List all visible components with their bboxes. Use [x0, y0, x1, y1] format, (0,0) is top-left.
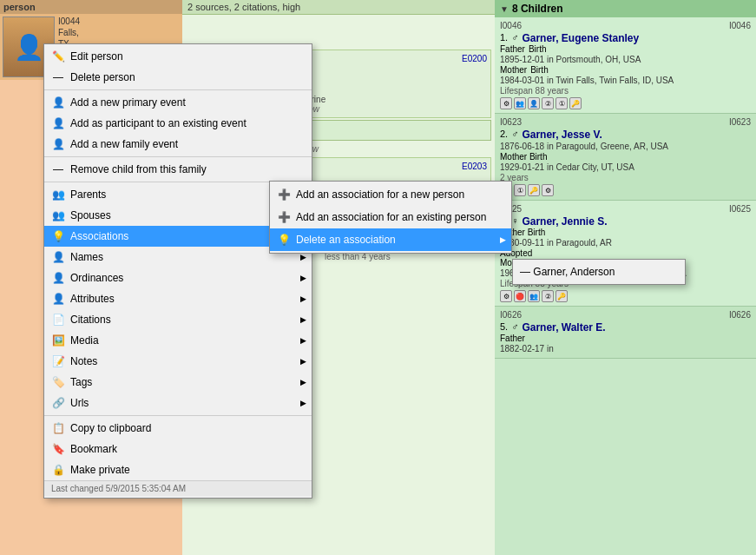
- icon-b-2[interactable]: ①: [514, 184, 526, 196]
- menu-item-add-family[interactable]: 👤 Add a new family event: [44, 134, 312, 155]
- menu-label-remove-child: Remove child from this family: [70, 163, 207, 175]
- child-id-5-right: I0626: [729, 310, 751, 320]
- add-primary-icon: 👤: [51, 96, 65, 109]
- collapse-triangle[interactable]: ▼: [500, 4, 509, 14]
- child-card-5: I0626 I0626 5. ♂ Garner, Walter E. Fathe…: [495, 307, 756, 359]
- child-id-4-right: I0625: [729, 204, 751, 214]
- child-birth-1: FatherBirth: [500, 44, 751, 54]
- menu-label-add-participant: Add as participant to an existing event: [70, 117, 247, 129]
- menu-item-bookmark[interactable]: 🔖 Bookmark: [44, 439, 312, 459]
- private-icon: 🔒: [51, 463, 65, 477]
- notes-icon: 📝: [51, 354, 65, 368]
- child-name-2[interactable]: Garner, Jesse V.: [522, 129, 602, 141]
- child-card-2: I0623 I0623 2. ♂ Garner, Jesse V. 1876-0…: [495, 114, 756, 201]
- child-num-name-2[interactable]: 2. ♂ Garner, Jesse V.: [500, 129, 751, 141]
- menu-item-notes[interactable]: 📝 Notes: [44, 351, 312, 372]
- person-id: I0044: [58, 17, 180, 26]
- menu-label-ordinances: Ordinances: [70, 272, 123, 284]
- menu-label-parents: Parents: [70, 188, 106, 201]
- child-name-4[interactable]: Garner, Jennie S.: [522, 215, 607, 228]
- submenu-add-new-person[interactable]: ➕ Add an association for a new person: [270, 183, 511, 206]
- child-id-1-right: I0046: [729, 21, 751, 30]
- submenu-label-delete: Delete an association: [296, 234, 396, 246]
- add-new-person-icon: ➕: [277, 188, 291, 202]
- menu-label-tags: Tags: [70, 376, 92, 388]
- menu-item-ordinances[interactable]: 👤 Ordinances: [44, 268, 312, 288]
- menu-label-delete-person: Delete person: [70, 71, 135, 83]
- menu-item-remove-child[interactable]: — Remove child from this family: [44, 159, 312, 180]
- icon-a-4[interactable]: ⚙: [500, 290, 512, 302]
- menu-item-add-primary[interactable]: 👤 Add a new primary event: [44, 92, 312, 113]
- person-location: Falls,: [58, 28, 180, 37]
- spouses-icon: 👥: [51, 208, 65, 222]
- delete-assoc-icon: 💡: [277, 233, 291, 247]
- remove-child-icon: —: [51, 162, 65, 176]
- submenu-add-existing-person[interactable]: ➕ Add an association for an existing per…: [270, 206, 511, 228]
- icon-notes-1[interactable]: ①: [555, 97, 568, 109]
- child-card-1: I0046 I0046 1. ♂ Garner, Eugene Stanley …: [495, 17, 756, 114]
- ordinances-icon: 👤: [51, 271, 65, 285]
- names-icon: 👤: [51, 250, 65, 264]
- bookmark-icon: 🔖: [51, 442, 65, 456]
- icon-d-4[interactable]: ②: [542, 290, 554, 302]
- menu-item-delete-person[interactable]: — Delete person: [44, 67, 312, 88]
- menu-label-add-primary: Add a new primary event: [70, 96, 186, 109]
- delete-garner-anderson[interactable]: — Garner, Anderson: [513, 261, 685, 282]
- menu-item-media[interactable]: 🖼️ Media: [44, 330, 312, 351]
- icon-doc-1[interactable]: ②: [542, 97, 554, 109]
- child-lifespan-2: 2 years: [500, 173, 751, 182]
- menu-item-copy[interactable]: 📋 Copy to clipboard: [44, 418, 312, 439]
- child-id-2-right: I0623: [729, 117, 751, 127]
- menu-item-private[interactable]: 🔒 Make private: [44, 459, 312, 480]
- submenu-delete-association[interactable]: 💡 Delete an association: [270, 228, 511, 251]
- icon-people-1[interactable]: 👥: [514, 97, 526, 109]
- child-birth-date-5: 1882-02-17 in: [500, 344, 751, 353]
- parents-icon: 👥: [51, 188, 65, 202]
- delete-icon: —: [51, 70, 65, 84]
- menu-label-bookmark: Bookmark: [70, 443, 117, 455]
- menu-item-attributes[interactable]: 👤 Attributes: [44, 288, 312, 309]
- menu-item-citations[interactable]: 📄 Citations: [44, 309, 312, 330]
- submenu-label-add-new: Add an association for a new person: [296, 188, 464, 201]
- menu-label-citations: Citations: [70, 314, 111, 326]
- icon-d-2[interactable]: ⚙: [542, 184, 554, 196]
- child-icons-1: ⚙ 👥 👤 ② ① 🔑: [500, 97, 751, 109]
- child-name-5[interactable]: Garner, Walter E.: [522, 321, 605, 334]
- icon-e-4[interactable]: 🔑: [555, 290, 568, 302]
- delete-garner-anderson-label: — Garner, Anderson: [520, 266, 615, 278]
- child-death-date-2: 1929-01-21 in Cedar City, UT, USA: [500, 162, 751, 172]
- event-id-1: E0200: [462, 54, 487, 64]
- tags-icon: 🏷️: [51, 375, 65, 389]
- child-gender-1: ♂: [511, 32, 518, 44]
- menu-label-private: Make private: [70, 464, 130, 476]
- child-gender-4: ♀: [511, 215, 518, 228]
- child-num-name-5[interactable]: 5. ♂ Garner, Walter E.: [500, 321, 751, 334]
- child-num-1: 1.: [500, 32, 508, 44]
- icon-person-1[interactable]: 👤: [528, 97, 540, 109]
- menu-label-spouses: Spouses: [70, 209, 111, 221]
- child-name-1[interactable]: Garner, Eugene Stanley: [522, 32, 639, 44]
- icon-star-1[interactable]: ⚙: [500, 97, 512, 109]
- icon-c-2[interactable]: 🔑: [528, 184, 540, 196]
- menu-item-tags[interactable]: 🏷️ Tags: [44, 372, 312, 393]
- media-icon: 🖼️: [51, 334, 65, 347]
- icon-b-4[interactable]: 🔴: [514, 290, 526, 302]
- menu-label-add-family: Add a new family event: [70, 138, 178, 150]
- menu-label-copy: Copy to clipboard: [70, 422, 151, 434]
- child-mother-1: MotherBirth: [500, 65, 751, 75]
- children-header: ▼ 8 Children: [495, 0, 756, 17]
- children-title: 8 Children: [512, 3, 563, 15]
- separator-2: [44, 156, 312, 157]
- child-num-name-4[interactable]: 4. ♀ Garner, Jennie S.: [500, 215, 751, 228]
- person-label: person: [0, 0, 182, 14]
- child-id-2-left: I0623: [500, 117, 522, 127]
- icon-c-4[interactable]: 👥: [528, 290, 540, 302]
- menu-item-edit-person[interactable]: ✏️ Edit person: [44, 46, 312, 67]
- child-num-name-1[interactable]: 1. ♂ Garner, Eugene Stanley: [500, 32, 751, 44]
- menu-item-urls[interactable]: 🔗 Urls: [44, 393, 312, 413]
- child-card-4: I0625 I0625 4. ♀ Garner, Jennie S. Fathe…: [495, 201, 756, 307]
- menu-item-add-participant[interactable]: 👤 Add as participant to an existing even…: [44, 113, 312, 134]
- child-birth-date-1: 1895-12-01 in Portsmouth, OH, USA: [500, 55, 751, 64]
- icon-extra-1[interactable]: 🔑: [569, 97, 582, 109]
- menu-label-attributes: Attributes: [70, 293, 115, 305]
